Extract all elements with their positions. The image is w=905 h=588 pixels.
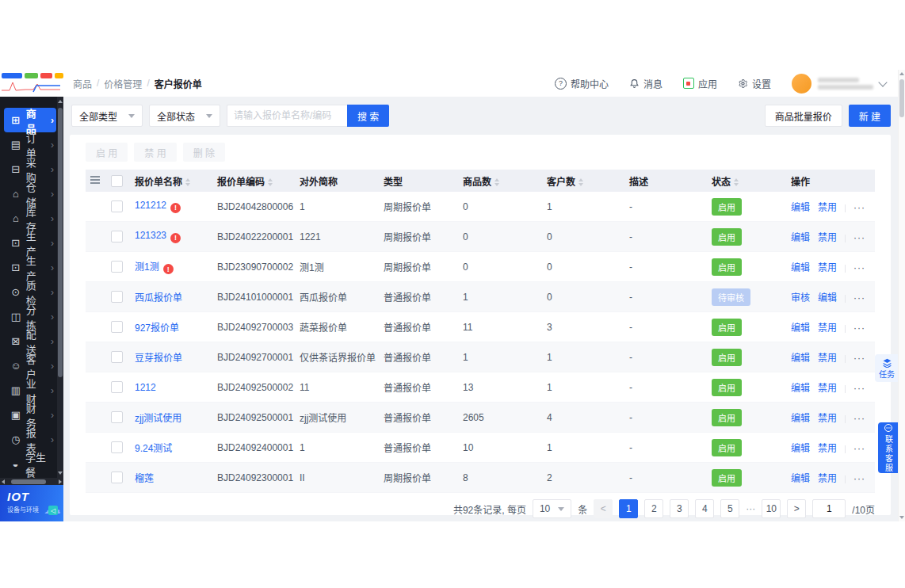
sidebar-item-purchase[interactable]: ⊟采购› <box>4 157 56 181</box>
action-link[interactable]: 禁用 <box>818 353 837 364</box>
scrollbar-thumb[interactable] <box>11 479 46 484</box>
more-actions-button[interactable]: ··· <box>853 262 865 273</box>
new-button[interactable]: 新 建 <box>849 105 891 127</box>
more-actions-button[interactable]: ··· <box>853 353 865 364</box>
sidebar-item-warehouse[interactable]: ⌂仓储› <box>4 181 56 206</box>
action-link[interactable]: 编辑 <box>791 323 810 334</box>
sort-icon[interactable] <box>185 178 190 186</box>
more-actions-button[interactable]: ··· <box>853 383 865 394</box>
disable-button[interactable]: 禁 用 <box>134 143 176 162</box>
breadcrumb-item[interactable]: 价格管理 <box>104 77 142 90</box>
quote-name-link[interactable]: zjj测试使用 <box>135 413 181 424</box>
scroll-down-icon[interactable] <box>899 516 904 519</box>
page-jump-input[interactable] <box>812 499 846 518</box>
topbar-action-help[interactable]: ?帮助中心 <box>555 77 609 90</box>
page-vertical-scrollbar[interactable] <box>898 70 905 521</box>
quote-name-link[interactable]: 测1测 <box>135 262 159 273</box>
action-link[interactable]: 禁用 <box>818 262 837 273</box>
sidebar-item-sorting[interactable]: ◫分拣› <box>4 304 56 329</box>
sort-icon[interactable] <box>268 178 273 186</box>
scroll-left-icon[interactable] <box>2 479 5 484</box>
user-menu[interactable] <box>792 74 886 94</box>
enable-button[interactable]: 启 用 <box>86 143 128 162</box>
chevron-down-icon[interactable] <box>878 78 887 86</box>
more-actions-button[interactable]: ··· <box>853 232 865 243</box>
batch-quote-button[interactable]: 商品批量报价 <box>765 105 842 127</box>
action-link[interactable]: 编辑 <box>791 232 810 243</box>
quote-name-link[interactable]: 121323 <box>135 230 166 241</box>
more-actions-button[interactable]: ··· <box>853 202 865 213</box>
next-page-button[interactable]: > <box>787 499 806 518</box>
row-checkbox[interactable] <box>111 231 123 242</box>
action-link[interactable]: 禁用 <box>818 202 837 213</box>
more-actions-button[interactable]: ··· <box>853 323 865 334</box>
page-button-2[interactable]: 2 <box>644 499 663 518</box>
prev-page-button[interactable]: < <box>594 499 613 518</box>
sidebar-item-business-finance[interactable]: ▥业财› <box>4 378 56 403</box>
scrollbar-thumb[interactable] <box>899 79 904 117</box>
action-link[interactable]: 编辑 <box>791 202 810 213</box>
quote-name-link[interactable]: 9.24测试 <box>135 443 172 454</box>
customer-service-floater[interactable]: 联系客服 <box>878 422 899 473</box>
select-all-checkbox[interactable] <box>111 175 123 187</box>
page-button-4[interactable]: 4 <box>695 499 714 518</box>
page-button-10[interactable]: 10 <box>762 499 781 518</box>
action-link[interactable]: 编辑 <box>818 292 837 304</box>
avatar[interactable] <box>792 74 811 94</box>
action-link[interactable]: 编辑 <box>791 413 810 424</box>
sidebar-item-delivery[interactable]: ⊠配送› <box>4 329 56 353</box>
page-button-5[interactable]: 5 <box>720 499 739 518</box>
search-button[interactable]: 搜 索 <box>347 105 389 127</box>
column-settings-icon[interactable] <box>90 176 100 184</box>
action-link[interactable]: 禁用 <box>818 413 837 424</box>
more-actions-button[interactable]: ··· <box>853 443 865 454</box>
topbar-action-settings[interactable]: 设置 <box>738 77 771 90</box>
sidebar-item-orders[interactable]: ▤订单› <box>4 132 56 157</box>
sidebar-item-reports[interactable]: ◷报表› <box>4 427 56 452</box>
page-button-1[interactable]: 1 <box>619 499 638 518</box>
quote-name-link[interactable]: 121212 <box>135 200 166 211</box>
scroll-up-icon[interactable] <box>58 100 63 103</box>
sidebar-item-goods[interactable]: ⊞商品› <box>4 108 56 132</box>
action-link[interactable]: 编辑 <box>791 353 810 364</box>
row-checkbox[interactable] <box>111 351 123 363</box>
quote-name-link[interactable]: 西瓜报价单 <box>135 292 182 304</box>
action-link[interactable]: 禁用 <box>818 323 837 334</box>
action-link[interactable]: 编辑 <box>791 473 810 484</box>
sidebar-vertical-scrollbar[interactable] <box>57 97 63 478</box>
column-header-code[interactable]: 报价单编码 <box>212 170 295 192</box>
sidebar-item-finance[interactable]: ▣财务› <box>4 403 56 427</box>
row-checkbox[interactable] <box>111 381 123 393</box>
page-button-3[interactable]: 3 <box>670 499 689 518</box>
breadcrumb-item[interactable]: 客户报价单 <box>155 77 202 90</box>
action-link[interactable]: 编辑 <box>791 443 810 454</box>
sort-icon[interactable] <box>579 178 583 186</box>
sort-icon[interactable] <box>734 178 739 186</box>
topbar-action-message[interactable]: 消息 <box>629 77 663 90</box>
action-link[interactable]: 编辑 <box>791 262 810 273</box>
scrollbar-thumb[interactable] <box>58 108 63 377</box>
action-link[interactable]: 禁用 <box>818 473 837 484</box>
type-filter-select[interactable]: 全部类型 <box>71 105 143 127</box>
row-checkbox[interactable] <box>111 291 123 303</box>
row-checkbox[interactable] <box>111 411 123 423</box>
more-actions-button[interactable]: ··· <box>853 473 865 484</box>
quote-name-link[interactable]: 927报价单 <box>135 323 179 334</box>
row-checkbox[interactable] <box>111 200 123 212</box>
column-settings-header[interactable] <box>86 170 106 192</box>
scroll-right-icon[interactable] <box>59 479 62 484</box>
more-actions-button[interactable]: ··· <box>853 292 865 304</box>
search-input[interactable] <box>227 105 347 127</box>
row-checkbox[interactable] <box>111 261 123 273</box>
row-checkbox[interactable] <box>111 472 123 483</box>
topbar-action-apps[interactable]: 应用 <box>683 77 717 90</box>
sidebar-item-production-2[interactable]: ⊡生产› <box>4 255 56 280</box>
row-checkbox[interactable] <box>111 441 123 453</box>
sort-icon[interactable] <box>495 178 499 186</box>
status-filter-select[interactable]: 全部状态 <box>149 105 220 127</box>
quote-name-link[interactable]: 1212 <box>135 382 156 393</box>
quote-name-link[interactable]: 豆芽报价单 <box>135 353 182 364</box>
delete-button[interactable]: 删 除 <box>183 143 225 162</box>
sidebar-item-quality[interactable]: ⊙质检› <box>4 280 56 304</box>
column-header-customer-count[interactable]: 客户数 <box>542 170 624 192</box>
